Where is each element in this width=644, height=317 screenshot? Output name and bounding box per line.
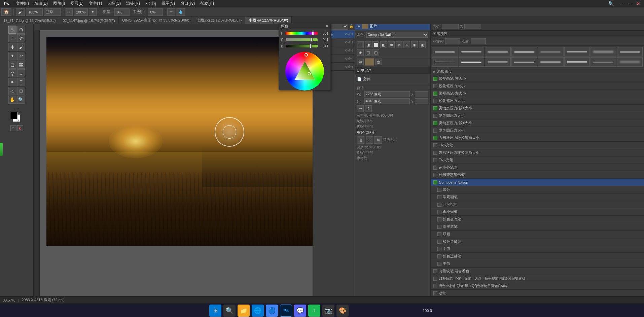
brush-item-18[interactable]: 常规画笔 <box>431 193 644 201</box>
brush-item-20[interactable]: 金小光笔 <box>431 208 644 216</box>
menu-image[interactable]: 图像(I) <box>50 0 68 7</box>
type-tool[interactable]: T <box>17 78 25 86</box>
rotate-input[interactable]: 正常 <box>44 8 61 16</box>
heal-tool[interactable]: ✚ <box>8 43 16 51</box>
bright-track[interactable] <box>286 45 318 47</box>
brush-section-add-header[interactable]: ▶ 添加预设 <box>431 68 644 75</box>
blur-tool[interactable]: ◎ <box>8 69 16 77</box>
search-icon[interactable]: 🔍 <box>606 0 617 7</box>
thumb-icon-grid[interactable]: ▦ <box>357 136 364 144</box>
tab-1[interactable]: 02_1147.jpg @ 16.7%(RGB/8#) <box>59 17 118 24</box>
eraser-tool[interactable]: ◻ <box>8 61 16 69</box>
brush-item-5[interactable]: 硬笔圆压力大小 <box>431 112 644 119</box>
blend-btn-7[interactable]: ⊙ <box>403 41 410 48</box>
brush-item-9[interactable]: T/小光笔 <box>431 142 644 149</box>
window-maximize[interactable]: □ <box>626 1 634 7</box>
standard-mode[interactable]: □ <box>10 125 16 131</box>
brush-item-34[interactable]: 21种纹笔: 坚笔、纹笔、方点、纹平整笔划线圈板渲染素材 <box>431 275 644 282</box>
y-input[interactable] <box>415 98 428 104</box>
thumb-icon-large[interactable]: ⊞ <box>374 136 382 144</box>
pen-icon[interactable]: ✏ <box>167 8 175 16</box>
brush-swatch-11[interactable] <box>511 57 537 67</box>
thumb-icon-list[interactable]: ☰ <box>366 136 373 144</box>
menu-filter[interactable]: 滤镜(R) <box>123 0 143 7</box>
taskbar-edge[interactable]: 🌐 <box>252 305 264 317</box>
brush-item-16[interactable]: Composite Nation <box>431 179 644 186</box>
blend-btn-4[interactable]: ◧ <box>380 41 387 48</box>
tool-btn-3[interactable]: ✦ <box>89 8 97 16</box>
brush-swatch-7[interactable] <box>617 47 643 57</box>
brush-swatch-13[interactable] <box>564 57 590 67</box>
menu-window[interactable]: 窗口(W) <box>178 0 198 7</box>
dodge-tool[interactable]: ○ <box>17 69 25 77</box>
blend-btn-6[interactable]: ⊗ <box>396 41 402 48</box>
foreground-color[interactable] <box>10 112 17 119</box>
main-canvas[interactable] <box>46 37 313 246</box>
menu-file[interactable]: 文件(F) <box>13 0 32 7</box>
opacity-input[interactable]: 0% <box>148 8 163 16</box>
brush-swatch-14[interactable] <box>591 57 616 67</box>
brush-swatch-15[interactable] <box>617 57 643 67</box>
resize-icon-1[interactable]: ⇔ <box>357 105 364 112</box>
brush-item-10[interactable]: 方形状压力转换笔画大小 <box>431 149 644 156</box>
height-input[interactable] <box>364 98 410 104</box>
taskbar-spotify[interactable]: ♪ <box>308 305 320 317</box>
swap-colors[interactable]: ⇄ <box>17 112 20 115</box>
path-select[interactable]: ◁ <box>8 87 16 95</box>
brush-item-8[interactable]: 方形状压力转换笔画大小 <box>431 134 644 142</box>
brush-item-26[interactable]: 颜色边缘笔 <box>431 253 644 260</box>
tool-btn-2[interactable]: 100% <box>74 8 88 16</box>
eyedrop-tool[interactable]: ✐ <box>17 34 25 42</box>
color-wheel[interactable]: ⤢ <box>285 52 324 91</box>
brush-swatch-2[interactable] <box>485 47 511 57</box>
menu-edit[interactable]: 编辑(E) <box>32 0 50 7</box>
tab-3[interactable]: 读图.jpg @ 12.5%(RGB/8#) <box>193 17 246 24</box>
brush-item-35[interactable]: 混色变态笔 彩笔: 添加QQ色板使用画笔的功能 <box>431 282 644 290</box>
brush-swatch-6[interactable] <box>591 47 616 57</box>
brush-item-25[interactable]: 中值 <box>431 245 644 253</box>
sat-track[interactable] <box>286 38 318 41</box>
layer-blend-select[interactable]: Composite Nation <box>366 32 428 38</box>
brush-swatch-12[interactable] <box>538 57 564 67</box>
window-close[interactable]: ✕ <box>634 1 643 7</box>
brush-item-11[interactable]: T/小光笔 <box>431 156 644 164</box>
extra-tools[interactable]: ... <box>15 106 18 109</box>
brush-tool[interactable]: 🖌 <box>16 8 25 16</box>
active-layer-expand[interactable]: ▶ <box>358 24 360 28</box>
lasso-tool[interactable]: ⊙ <box>17 26 25 34</box>
brush-item-33[interactable]: 向量软笔 混合着色 <box>431 268 644 275</box>
brush-item-27[interactable]: 中值 <box>431 260 644 268</box>
brush-item-12[interactable]: 运小心笔笔 <box>431 164 644 171</box>
move-tool[interactable]: ↖ <box>8 26 16 34</box>
green-side-panel[interactable] <box>0 143 3 156</box>
menu-3d[interactable]: 3D(D) <box>143 1 159 7</box>
window-minimize[interactable]: — <box>617 1 626 7</box>
taskbar-extra-2[interactable]: 🎨 <box>336 305 349 317</box>
canvas-area[interactable] <box>40 30 313 310</box>
wheel-expand[interactable]: ⤢ <box>319 85 323 90</box>
menu-layer[interactable]: 图层(L) <box>68 0 86 7</box>
blend-btn-11[interactable]: ◫ <box>365 49 371 56</box>
brush-item-6[interactable]: 类动态压力控制大小 <box>431 119 644 127</box>
taskbar-windows[interactable]: ⊞ <box>209 305 221 317</box>
taskbar-clock[interactable]: 100.0 <box>420 305 435 317</box>
brush-item-0[interactable]: 常规画笔-方大小 <box>431 75 644 82</box>
brush-item-21[interactable]: 颜色变态笔 <box>431 216 644 223</box>
brush-item-1[interactable]: 锐化笔压力大小 <box>431 82 644 90</box>
brush-swatch-4[interactable] <box>538 47 564 57</box>
tab-2[interactable]: QINQ_7925+主图.jpg @ 33.8%(RGB/8#) <box>119 17 193 24</box>
delete-layer-btn[interactable]: 🗑 <box>375 59 382 65</box>
brush-item-23[interactable]: 双粉 <box>431 231 644 238</box>
brush-item-3[interactable]: 锐化笔压力大小 <box>431 97 644 105</box>
hue-track[interactable] <box>286 32 318 35</box>
blend-btn-2[interactable]: ◨ <box>365 41 371 48</box>
brush-swatch-1[interactable] <box>459 47 485 57</box>
x-input[interactable] <box>415 91 428 97</box>
color-panel-header[interactable]: 颜色 ✕ <box>279 23 330 29</box>
brush-item-22[interactable]: 深浅笔笔 <box>431 223 644 231</box>
bright-thumb[interactable] <box>310 44 312 48</box>
blend-btn-5[interactable]: ⊕ <box>388 41 395 48</box>
home-button[interactable]: 🏠 <box>1 8 11 16</box>
flow-input2[interactable] <box>471 38 486 44</box>
taskbar-discord[interactable]: 💬 <box>294 305 306 317</box>
